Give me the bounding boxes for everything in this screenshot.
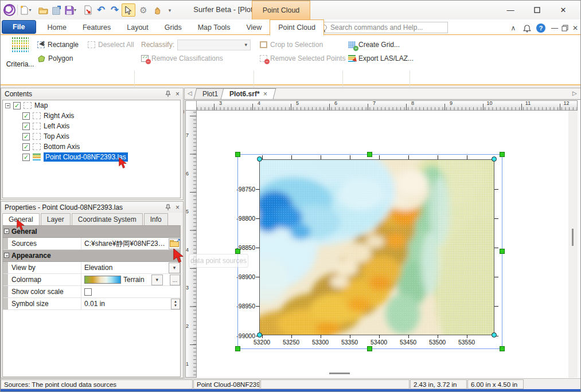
properties-tab[interactable]: Coordinate System bbox=[72, 213, 143, 225]
show-color-scale-checkbox[interactable] bbox=[84, 288, 92, 296]
close-panel-icon[interactable]: × bbox=[176, 90, 180, 98]
layer-icon bbox=[33, 112, 41, 119]
document-tab[interactable]: Plot6.srf* × bbox=[221, 88, 276, 99]
maximize-button[interactable] bbox=[527, 3, 547, 17]
deselect-all-button[interactable]: Deselect All bbox=[88, 38, 134, 51]
checkbox[interactable]: ✓ bbox=[22, 143, 30, 151]
selection-handle-nw[interactable] bbox=[235, 152, 240, 157]
selection-handle-w[interactable] bbox=[235, 249, 240, 254]
tab-scroll-left-icon[interactable]: ◁ bbox=[188, 90, 192, 96]
document-restore-icon[interactable] bbox=[559, 22, 571, 34]
close-panel-icon[interactable]: × bbox=[176, 203, 180, 211]
new-document-button[interactable]: ▾ bbox=[19, 3, 33, 17]
colormap-dropdown[interactable]: ▾ bbox=[151, 275, 163, 285]
view-by-dropdown[interactable]: ▾ bbox=[169, 262, 180, 273]
remove-classifications-button[interactable]: Remove Classifications bbox=[141, 52, 223, 65]
checkbox[interactable]: ✓ bbox=[22, 133, 30, 140]
map-corner-handle-sw[interactable] bbox=[257, 332, 262, 338]
pin-icon[interactable] bbox=[165, 91, 171, 97]
undo-button[interactable]: ↶ bbox=[94, 3, 108, 17]
checkbox[interactable]: ✓ bbox=[22, 112, 30, 120]
map-corner-handle-nw[interactable] bbox=[257, 156, 262, 162]
export-las-laz-button[interactable]: Export LAS/LAZ... bbox=[348, 52, 414, 65]
criteria-dots-icon bbox=[11, 37, 29, 52]
collapse-icon[interactable] bbox=[4, 229, 9, 234]
remove-selected-points-button[interactable]: Remove Selected Points bbox=[260, 52, 345, 65]
colormap-swatch[interactable] bbox=[84, 276, 121, 284]
checkbox[interactable]: ✓ bbox=[13, 102, 21, 109]
criteria-button[interactable]: Criteria... bbox=[4, 37, 36, 68]
command-search-input[interactable]: Search commands and Help... bbox=[317, 22, 448, 33]
map-corner-handle-se[interactable] bbox=[492, 332, 497, 338]
ribbon-tab[interactable]: Map Tools bbox=[190, 19, 239, 35]
checkbox[interactable]: ✓ bbox=[22, 154, 30, 161]
tree-item[interactable]: ✓ Bottom Axis bbox=[3, 142, 180, 152]
sources-value[interactable]: C:¥share¥静岡¥08NF2393¥... bbox=[84, 239, 166, 249]
pan-hand-button[interactable] bbox=[150, 3, 164, 17]
surfer-logo-icon[interactable] bbox=[3, 4, 15, 16]
tree-item[interactable]: ✓ Right Axis bbox=[3, 111, 180, 121]
tree-children: ✓ Right Axis ✓ Left Axis ✓ Top Axis ✓ bbox=[3, 111, 180, 162]
crop-to-selection-button[interactable]: Crop to Selection bbox=[260, 38, 323, 51]
tree-item[interactable]: ✓ Point Cloud-08NF2393.las bbox=[3, 152, 180, 162]
rectangle-select-button[interactable]: Rectangle bbox=[37, 38, 79, 51]
annotation-cursor-sources bbox=[173, 249, 184, 264]
selection-handle-n[interactable] bbox=[367, 152, 372, 157]
document-close-icon[interactable]: ✕ bbox=[570, 22, 581, 34]
help-icon[interactable]: ? bbox=[536, 23, 545, 33]
selection-handle-e[interactable] bbox=[500, 249, 505, 254]
map-corner-handle-ne[interactable] bbox=[492, 156, 497, 162]
create-grid-button[interactable]: Create Grid... bbox=[348, 38, 400, 51]
close-button[interactable]: ✕ bbox=[553, 3, 573, 17]
checkbox[interactable]: ✓ bbox=[22, 123, 30, 130]
general-category-row[interactable]: General bbox=[3, 226, 180, 238]
ribbon-tab[interactable]: Features bbox=[75, 19, 119, 35]
ribbon-tab[interactable]: Home bbox=[40, 19, 75, 35]
ribbon-collapse-icon[interactable]: ∧ bbox=[508, 22, 519, 34]
contextual-tab-header[interactable]: Point Cloud bbox=[252, 1, 310, 19]
collapse-icon[interactable] bbox=[4, 253, 9, 258]
save-button[interactable]: ▾ bbox=[64, 3, 77, 17]
symbol-size-value[interactable]: 0.01 in bbox=[84, 300, 105, 308]
selection-handle-ne[interactable] bbox=[500, 152, 505, 157]
view-by-row: View by Elevation ▾ bbox=[3, 262, 180, 274]
export-button[interactable] bbox=[81, 3, 95, 17]
ribbon-tab[interactable]: Layout bbox=[119, 19, 157, 35]
properties-tab[interactable]: Info bbox=[144, 213, 168, 225]
fading-tooltip: data point sources bbox=[189, 254, 248, 268]
pin-icon[interactable] bbox=[165, 204, 171, 211]
minimize-button[interactable]: — bbox=[501, 3, 520, 17]
import-button[interactable] bbox=[50, 3, 64, 17]
properties-tab[interactable]: Layer bbox=[41, 213, 71, 225]
selection-handle-se[interactable] bbox=[500, 346, 505, 351]
tree-item[interactable]: ✓ Left Axis bbox=[3, 121, 180, 131]
selection-handle-sw[interactable] bbox=[235, 346, 240, 351]
ribbon-tab[interactable]: Grids bbox=[157, 19, 190, 35]
vertical-scrollbar[interactable] bbox=[568, 111, 578, 378]
selection-handle-s[interactable] bbox=[367, 346, 372, 351]
ribbon-tab[interactable]: File bbox=[2, 20, 36, 34]
document-minimize-icon[interactable]: — bbox=[549, 22, 560, 34]
notification-bell-icon[interactable] bbox=[521, 22, 533, 34]
appearance-category-row[interactable]: Appearance bbox=[3, 250, 180, 262]
ribbon-tab[interactable]: View bbox=[238, 19, 270, 35]
colormap-editor-button[interactable]: ... bbox=[170, 275, 180, 285]
collapse-icon[interactable] bbox=[5, 103, 10, 108]
horizontal-scrollbar[interactable] bbox=[329, 373, 350, 374]
redo-button[interactable]: ↷ bbox=[108, 3, 122, 17]
ruler-corner bbox=[185, 100, 197, 111]
reclassify-dropdown[interactable]: ▾ bbox=[177, 40, 251, 50]
ribbon-tab[interactable]: Point Cloud bbox=[270, 19, 324, 36]
contents-tree: ✓ Map ✓ Right Axis ✓ Left Axis ✓ Top Axi… bbox=[2, 100, 181, 198]
open-file-button[interactable] bbox=[36, 3, 50, 17]
tab-scroll-right-icon[interactable]: ▷ bbox=[572, 90, 577, 96]
layer-icon bbox=[33, 123, 41, 130]
browse-sources-button[interactable]: ↗ bbox=[169, 238, 180, 249]
options-gear-icon[interactable]: ⚙ bbox=[137, 3, 150, 17]
select-tool-button[interactable] bbox=[122, 3, 135, 17]
close-tab-icon[interactable]: × bbox=[263, 90, 267, 98]
symbol-size-spinner[interactable]: ▲▼ bbox=[171, 299, 180, 309]
tree-item-map[interactable]: ✓ Map bbox=[3, 100, 180, 111]
tree-item[interactable]: ✓ Top Axis bbox=[3, 131, 180, 142]
polygon-select-button[interactable]: Polygon bbox=[37, 52, 73, 65]
